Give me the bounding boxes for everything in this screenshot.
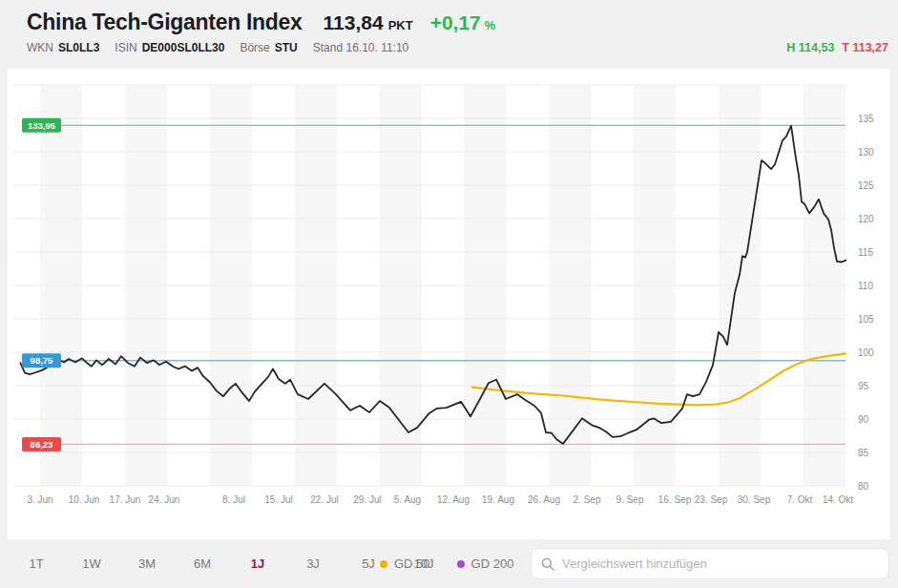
wkn-value: SL0LL3 [58,41,99,54]
y-tick-label: 95 [858,381,869,391]
change-percent: +0,17 [430,11,481,34]
y-tick-label: 85 [858,448,869,458]
x-tick-label: 14. Okt [823,494,853,505]
x-tick-label: 29. Jul [353,494,381,505]
isin-value: DE000SL0LL30 [142,41,225,54]
change-percent-unit: % [485,18,496,32]
day-high-low: H 114,53T 113,27 [786,41,888,54]
index-value: 113,84 [324,11,384,34]
x-tick-label: 30. Sep [738,494,771,505]
chart-legend: GD 50GD 200 [380,539,540,588]
y-tick-label: 110 [858,281,873,291]
y-tick-label: 100 [858,347,874,358]
meta-row: WKNSL0LL3 ISINDE000SL0LL30 BörseSTU Stan… [27,41,424,54]
reference-badge-label: 98,75 [31,355,53,366]
x-tick-label: 8. Jul [222,494,245,505]
legend-item-gd200[interactable]: GD 200 [457,556,514,571]
y-tick-label: 105 [858,314,874,325]
y-tick-label: 120 [858,214,874,224]
x-tick-label: 26. Aug [528,494,560,505]
reference-badge-label: 133,95 [28,120,56,131]
x-tick-label: 24. Jun [149,494,180,505]
range-button-1t[interactable]: 1T [23,551,50,577]
stand-timestamp: Stand 16.10. 11:10 [313,41,409,54]
range-button-1w[interactable]: 1W [78,551,105,577]
x-tick-label: 5. Aug [394,494,421,505]
bottom-toolbar: 1T1W3M6M1J3J5J10J GD 50GD 200 [0,539,898,588]
compare-search-input[interactable] [562,556,879,571]
reference-badge-label: 86,23 [31,439,53,450]
chart-card: 13513012512011511010510095908580133,9598… [8,69,890,539]
price-chart[interactable]: 13513012512011511010510095908580133,9598… [8,69,890,539]
y-tick-label: 130 [858,147,874,158]
x-tick-label: 19. Aug [482,494,514,505]
range-button-5j[interactable]: 5J [355,551,382,577]
page-title: China Tech-Giganten Index [27,10,303,35]
y-tick-label: 135 [858,114,874,124]
isin-label: ISIN [115,41,136,54]
range-button-3m[interactable]: 3M [134,551,160,577]
x-tick-label: 10. Jun [69,494,100,505]
header: China Tech-Giganten Index 113,84 PKT +0,… [0,0,898,69]
y-tick-label: 80 [858,481,869,492]
range-button-6m[interactable]: 6M [189,551,216,577]
index-unit: PKT [388,18,413,32]
x-tick-label: 16. Sep [658,494,692,505]
wkn-label: WKN [27,41,53,54]
day-low: T 113,27 [842,41,888,54]
legend-label: GD 200 [471,556,514,571]
x-tick-label: 17. Jun [110,494,141,505]
x-tick-label: 2. Sep [574,494,601,505]
x-tick-label: 9. Sep [616,494,644,505]
x-tick-label: 3. Jun [27,494,52,505]
exchange-label: Börse [240,41,269,54]
legend-dot [457,560,465,568]
title-row: China Tech-Giganten Index 113,84 PKT +0,… [27,10,495,35]
legend-dot [380,560,387,568]
y-tick-label: 90 [858,414,869,425]
exchange-value: STU [275,41,298,54]
y-tick-label: 125 [858,180,874,191]
range-button-3j[interactable]: 3J [300,551,326,577]
search-icon [541,557,554,571]
legend-label: GD 50 [394,556,430,571]
y-tick-label: 115 [858,247,873,258]
range-button-1j[interactable]: 1J [244,551,271,577]
x-tick-label: 12. Aug [437,494,470,505]
x-tick-label: 7. Okt [787,494,813,505]
x-tick-label: 22. Jul [310,494,338,505]
day-high: H 114,53 [786,41,834,54]
quote-page: China Tech-Giganten Index 113,84 PKT +0,… [0,0,898,588]
legend-item-gd50[interactable]: GD 50 [380,556,430,571]
x-tick-label: 23. Sep [695,494,728,505]
x-tick-label: 15. Jul [264,494,292,505]
compare-search[interactable] [531,548,889,579]
